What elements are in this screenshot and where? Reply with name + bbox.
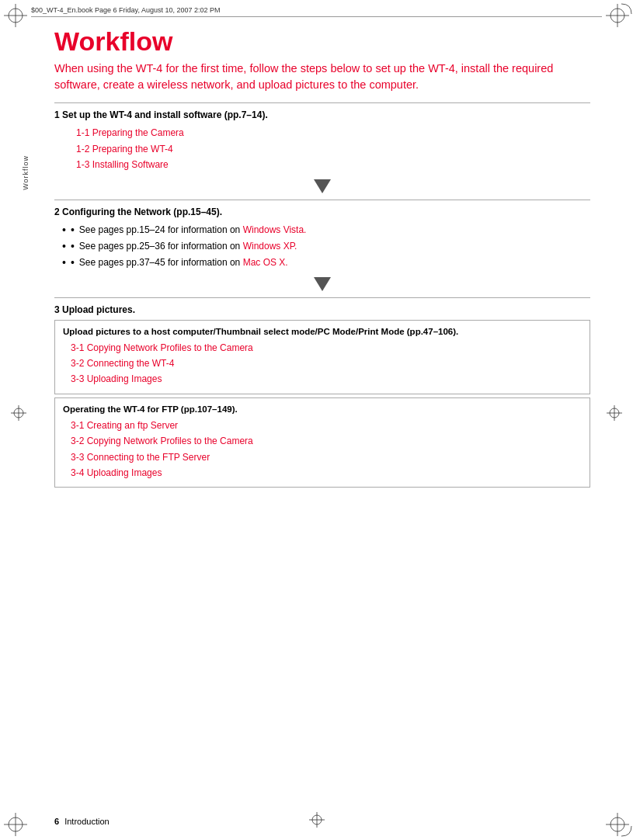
page-footer: 6 Introduction <box>54 817 110 826</box>
corner-mark-tl <box>0 0 31 31</box>
box-1-item-1: 3-1 Copying Network Profiles to the Came… <box>71 340 582 356</box>
arrow-down-2 <box>54 277 590 291</box>
box-2-header: Operating the WT-4 for FTP (pp.107–149). <box>63 404 582 414</box>
box-1-item-2: 3-2 Connecting the WT-4 <box>71 356 582 371</box>
page-container: $00_WT-4_En.book Page 6 Friday, August 1… <box>0 0 633 840</box>
bullet-1-highlight: Windows Vista. <box>243 224 307 235</box>
box-2-item-3: 3-3 Connecting to the FTP Server <box>71 450 582 465</box>
footer-section: Introduction <box>64 817 109 826</box>
left-crosshair <box>9 404 28 425</box>
sidebar-label: Workflow <box>22 155 30 190</box>
box-1-header: Upload pictures to a host computer/Thumb… <box>63 327 582 336</box>
header-bar: $00_WT-4_En.book Page 6 Friday, August 1… <box>31 6 602 17</box>
bullet-2-highlight: Windows XP. <box>243 241 297 252</box>
divider-3 <box>54 297 590 298</box>
section-2-bullet-2: • See pages pp.25–36 for information on … <box>62 238 590 255</box>
header-text: $00_WT-4_En.book Page 6 Friday, August 1… <box>31 6 221 14</box>
section-3-header: 3 Upload pictures. <box>54 304 590 315</box>
section-1: 1 Set up the WT-4 and install software (… <box>54 109 590 172</box>
corner-mark-br <box>602 809 633 840</box>
corner-mark-bl <box>0 809 31 840</box>
box-2-item-1: 3-1 Creating an ftp Server <box>71 418 582 433</box>
section-2-header: 2 Configuring the Network (pp.15–45). <box>54 207 590 217</box>
bullet-dot: • <box>71 222 75 238</box>
section-3: 3 Upload pictures. Upload pictures to a … <box>54 304 590 488</box>
section-1-item-2: 1-2 Preparing the WT-4 <box>76 141 590 157</box>
divider-2 <box>54 200 590 200</box>
bullet-3-highlight: Mac OS X. <box>243 257 288 268</box>
page-subtitle: When using the WT-4 for the first time, … <box>54 61 590 93</box>
section-2: 2 Configuring the Network (pp.15–45). • … <box>54 207 590 271</box>
box-2: Operating the WT-4 for FTP (pp.107–149).… <box>54 397 590 488</box>
corner-mark-tr <box>602 0 633 31</box>
bottom-center-mark <box>308 810 326 832</box>
bullet-1-text: See pages pp.15–24 for information on Wi… <box>79 222 307 238</box>
section-2-bullet-3: • See pages pp.37–45 for information on … <box>62 255 590 271</box>
bullet-3-text: See pages pp.37–45 for information on Ma… <box>79 255 288 270</box>
section-1-header: 1 Set up the WT-4 and install software (… <box>54 109 590 120</box>
divider-1 <box>54 102 590 103</box>
arrow-down-1 <box>54 179 590 193</box>
box-2-item-2: 3-2 Copying Network Profiles to the Came… <box>71 433 582 449</box>
svg-marker-18 <box>314 179 331 193</box>
box-1: Upload pictures to a host computer/Thumb… <box>54 320 590 394</box>
bullet-dot-3: • <box>71 255 75 271</box>
bullet-dot-2: • <box>71 238 75 255</box>
bullet-2-text: See pages pp.25–36 for information on Wi… <box>79 238 297 254</box>
page-number: 6 <box>54 817 59 826</box>
right-crosshair <box>605 404 624 425</box>
box-2-item-4: 3-4 Uploading Images <box>71 465 582 481</box>
main-content: Workflow When using the WT-4 for the fir… <box>54 27 590 801</box>
svg-marker-19 <box>314 277 331 291</box>
section-2-bullets: • See pages pp.15–24 for information on … <box>62 222 590 271</box>
page-title: Workflow <box>54 27 590 56</box>
section-1-item-3: 1-3 Installing Software <box>76 157 590 172</box>
section-2-bullet-1: • See pages pp.15–24 for information on … <box>62 222 590 238</box>
box-1-item-3: 3-3 Uploading Images <box>71 371 582 387</box>
section-1-item-1: 1-1 Preparing the Camera <box>76 125 590 141</box>
